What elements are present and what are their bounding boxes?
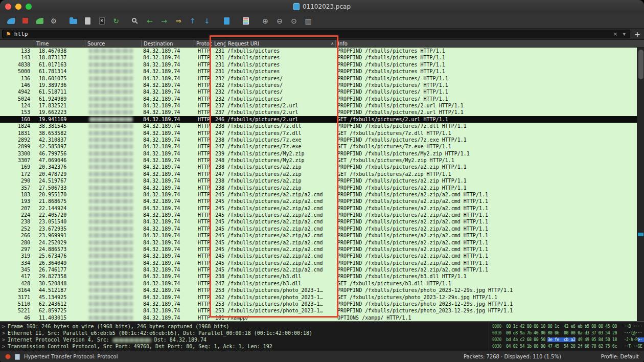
save-file-button[interactable] (82, 15, 93, 27)
packet-row[interactable]: 22422.40572084.32.189.74HTTP245/fxbulls/… (0, 212, 637, 218)
go-forward-button[interactable]: → (158, 15, 170, 27)
packet-row[interactable]: 33426.36404984.32.189.74HTTP245/fxbulls/… (0, 260, 637, 266)
detail-line[interactable]: >Frame 160: 246 bytes on wire (1968 bits… (2, 323, 489, 330)
expand-chevron-icon[interactable]: > (2, 324, 5, 329)
filter-value[interactable]: http (14, 31, 609, 37)
colorize-button[interactable] (240, 15, 251, 27)
column-header-no[interactable] (0, 40, 34, 47)
packet-row[interactable]: 182438.38154584.32.189.74HTTP238/fxbulls… (0, 123, 637, 129)
packet-row[interactable]: 13618.60107584.32.189.74HTTP232/fxbulls/… (0, 75, 637, 82)
packet-row[interactable]: 289242.31083784.32.189.74HTTP238/fxbulls… (0, 137, 637, 143)
packet-row[interactable]: 18320.95517084.32.189.74HTTP245/fxbulls/… (0, 191, 637, 198)
add-filter-button[interactable]: + (633, 31, 642, 38)
packet-row[interactable]: 14318.87313784.32.189.74HTTP231/fxbulls/… (0, 54, 637, 61)
packet-row[interactable]: 183138.65358284.32.189.74HTTP247/fxbulls… (0, 130, 637, 137)
cell-destination: 84.32.189.74 (141, 225, 194, 232)
detail-line[interactable]: >Transmission Control Protocol, Src Port… (2, 343, 489, 350)
packet-row[interactable]: 317145.13492584.32.189.74HTTP262/fxbulls… (0, 294, 637, 301)
go-back-button[interactable]: ← (144, 15, 155, 27)
profile-text[interactable]: Profile: Default (601, 354, 639, 359)
filter-dropdown-icon[interactable]: ▾ (622, 31, 627, 37)
column-header-info[interactable]: Info (335, 40, 644, 47)
redaction-blur (89, 295, 133, 300)
column-header-protocol[interactable]: Protocol (194, 40, 212, 47)
detail-line[interactable]: >Ethernet II, Src: Parallel_e6:eb:b5 (00… (2, 330, 489, 336)
hex-dump-pane[interactable]: 0000 00 1c 42 00 00 18 00 1c 42 e6 eb b5… (489, 322, 644, 351)
column-header-source[interactable]: Source (85, 40, 141, 47)
packet-row[interactable]: 12417.83252184.32.189.74HTTP237/fxbulls/… (0, 102, 637, 109)
detail-line[interactable]: >Internet Protocol Version 4, Src:Dst: 8… (2, 336, 489, 343)
packet-row[interactable]: 28024.25202984.32.189.74HTTP245/fxbulls/… (0, 239, 637, 246)
zoom-out-button[interactable]: ⊖ (274, 15, 285, 27)
open-file-button[interactable] (67, 15, 79, 27)
zoom-window-button[interactable] (26, 4, 32, 10)
expand-chevron-icon[interactable]: > (2, 337, 5, 343)
packet-row[interactable]: 42830.52084884.32.189.74HTTP247/fxbulls/… (0, 280, 637, 287)
packet-row[interactable]: 511062.24361284.32.189.74HTTP253/fxbulls… (0, 301, 637, 307)
packet-row[interactable]: 16019.94116984.32.189.74HTTP246/fxbulls/… (0, 116, 637, 123)
packet-row[interactable]: 19321.86867584.32.189.74HTTP245/fxbulls/… (0, 198, 637, 205)
expand-chevron-icon[interactable]: > (2, 330, 5, 336)
close-file-button[interactable]: ✕ (96, 15, 107, 27)
filter-bookmark-icon[interactable]: ⚑ (6, 31, 11, 37)
packet-list-scrollbar[interactable] (637, 48, 644, 321)
zoom-reset-button[interactable]: ⊙ (288, 15, 300, 27)
packet-row[interactable]: 330747.06904684.32.189.74HTTP248/fxbulls… (0, 157, 637, 164)
go-first-packet-button[interactable]: ↑ (187, 15, 198, 27)
packet-row[interactable]: 35727.50673384.32.189.74HTTP238/fxbulls/… (0, 185, 637, 191)
column-header-length[interactable]: Length (212, 40, 225, 47)
scrollbar-thumb[interactable] (638, 50, 643, 79)
restart-capture-button[interactable] (34, 15, 45, 27)
packet-row[interactable]: 483861.01716384.32.189.74HTTP231/fxbulls… (0, 61, 637, 68)
packet-row[interactable]: 522162.85972584.32.189.74HTTP253/fxbulls… (0, 307, 637, 314)
packet-row[interactable]: 330046.79975684.32.189.74HTTP239/fxbulls… (0, 150, 637, 157)
packet-row[interactable]: 25223.67293584.32.189.74HTTP245/fxbulls/… (0, 225, 637, 232)
reload-file-button[interactable]: ↻ (110, 15, 122, 27)
auto-scroll-button[interactable] (221, 15, 232, 27)
hex-row[interactable]: 0030 04 02 54 1b 00 00 47 45 54 20 2f 66… (492, 343, 644, 350)
packet-row[interactable]: 494261.51871184.32.189.74HTTP232/fxbulls… (0, 88, 637, 95)
packet-details-pane[interactable]: >Frame 160: 246 bytes on wire (1968 bits… (0, 322, 489, 351)
start-capture-button[interactable] (5, 15, 16, 27)
capture-comment-icon[interactable] (15, 354, 20, 360)
cell-request-uri: /fxbulls/pictures/a2.zip (225, 164, 335, 170)
find-packet-button[interactable] (130, 15, 141, 27)
column-header-time[interactable]: Time (34, 40, 85, 47)
column-header-request-uri[interactable]: Request URI∧ (225, 40, 335, 47)
zoom-in-button[interactable]: ⊕ (260, 15, 271, 27)
packet-row[interactable]: 23823.05154084.32.189.74HTTP245/fxbulls/… (0, 218, 637, 225)
packet-row[interactable]: 16920.34237684.32.189.74HTTP238/fxbulls/… (0, 164, 637, 170)
packet-row[interactable]: 20722.14492484.32.189.74HTTP245/fxbulls/… (0, 205, 637, 212)
packet-row[interactable]: 31925.67347684.32.189.74HTTP245/fxbulls/… (0, 253, 637, 259)
stop-capture-button[interactable] (19, 15, 31, 27)
hex-row[interactable]: 0010 00 e8 9a 7b 40 00 80 06 00 00 0a d3… (492, 330, 644, 336)
column-header-destination[interactable]: Destination (141, 40, 194, 47)
packet-row[interactable]: 15319.66222384.32.189.74HTTP237/fxbulls/… (0, 109, 637, 116)
packet-row[interactable]: 14619.38973684.32.189.74HTTP232/fxbulls/… (0, 82, 637, 88)
close-window-button[interactable] (5, 4, 11, 10)
expand-chevron-icon[interactable]: > (2, 344, 5, 349)
packet-row[interactable]: 34526.74617784.32.189.74HTTP245/fxbulls/… (0, 266, 637, 273)
packet-row[interactable]: 17220.47872984.32.189.74HTTP247/fxbulls/… (0, 171, 637, 177)
packet-row[interactable]: 289942.58589784.32.189.74HTTP247/fxbulls… (0, 143, 637, 150)
packet-row[interactable]: 29024.51976784.32.189.74HTTP238/fxbulls/… (0, 177, 637, 184)
packet-row[interactable]: 4611.40301584.32.189.74HTTP161/xampp/OPT… (0, 314, 637, 321)
display-filter-input[interactable]: ⚑ http × ▾ (2, 30, 630, 38)
expert-info-icon[interactable] (5, 354, 11, 359)
packet-row[interactable]: 26623.96999184.32.189.74HTTP245/fxbulls/… (0, 232, 637, 239)
packet-row[interactable]: 316444.51218784.32.189.74HTTP253/fxbulls… (0, 287, 637, 293)
packet-row[interactable]: 29724.88657384.32.189.74HTTP245/fxbulls/… (0, 246, 637, 253)
filter-clear-icon[interactable]: × (612, 31, 618, 37)
packet-row[interactable]: 13318.46703884.32.189.74HTTP231/fxbulls/… (0, 48, 637, 54)
resize-columns-button[interactable]: ▥ (303, 15, 314, 27)
packet-row[interactable]: 500061.78131484.32.189.74HTTP231/fxbulls… (0, 68, 637, 75)
packet-list[interactable]: 13318.46703884.32.189.74HTTP231/fxbulls/… (0, 48, 637, 321)
capture-options-button[interactable]: ⚙ (48, 15, 59, 27)
hex-row[interactable]: 0020 bd 4a c2 68 00 50 3e fe cb a2 49 49… (492, 336, 644, 343)
minimize-window-button[interactable] (15, 4, 21, 10)
hex-row[interactable]: 0000 00 1c 42 00 00 18 00 1c 42 e6 eb b5… (492, 323, 644, 330)
packet-row[interactable]: 502461.92498984.32.189.74HTTP232/fxbulls… (0, 96, 637, 102)
packet-row[interactable]: 41729.82735884.32.189.74HTTP238/fxbulls/… (0, 273, 637, 280)
go-to-packet-button[interactable]: ⇒ (173, 15, 184, 27)
go-last-packet-button[interactable]: ↓ (201, 15, 213, 27)
